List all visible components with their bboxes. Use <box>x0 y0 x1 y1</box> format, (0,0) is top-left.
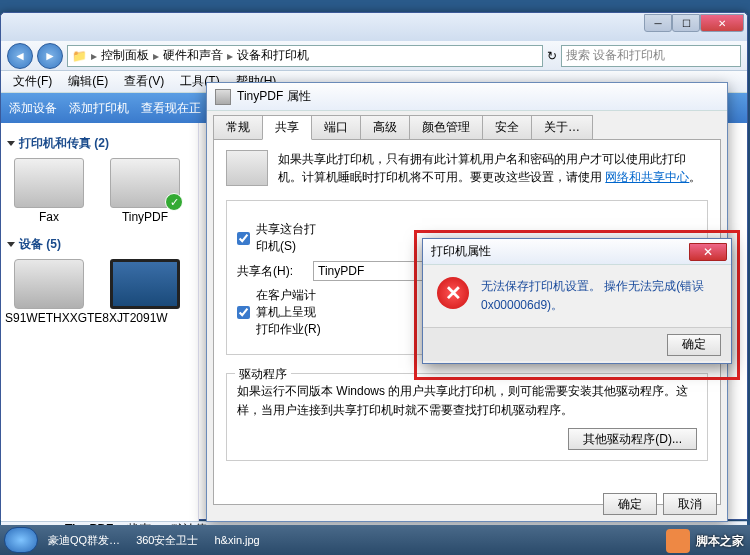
menu-view[interactable]: 查看(V) <box>116 71 172 92</box>
share-name-label: 共享名(H): <box>237 263 307 280</box>
taskbar-item[interactable]: 360安全卫士 <box>130 528 204 552</box>
other-drivers-button[interactable]: 其他驱动程序(D)... <box>568 428 697 450</box>
watermark: 脚本之家 <box>666 529 744 553</box>
tab-sharing[interactable]: 共享 <box>262 115 312 140</box>
tab-advanced[interactable]: 高级 <box>360 115 410 139</box>
nav-forward-button[interactable]: ► <box>37 43 63 69</box>
share-printer-label: 共享这台打印机(S) <box>256 221 326 255</box>
group-devices[interactable]: 设备 (5) <box>7 236 194 253</box>
breadcrumb-item[interactable]: 控制面板 <box>101 47 149 64</box>
search-placeholder: 搜索 设备和打印机 <box>566 47 665 64</box>
maximize-button[interactable]: ☐ <box>672 14 700 32</box>
taskbar: 豪迪QQ群发… 360安全卫士 h&xin.jpg <box>0 525 750 555</box>
cmd-add-device[interactable]: 添加设备 <box>9 100 57 117</box>
share-printer-checkbox[interactable] <box>237 232 250 245</box>
tab-color[interactable]: 颜色管理 <box>409 115 483 139</box>
tab-about[interactable]: 关于… <box>531 115 593 139</box>
ok-button[interactable]: 确定 <box>667 334 721 356</box>
tab-general[interactable]: 常规 <box>213 115 263 139</box>
default-badge-icon: ✓ <box>165 193 183 211</box>
dialog-titlebar[interactable]: TinyPDF 属性 <box>207 83 727 111</box>
dialog-footer: 确定 取消 <box>603 493 717 515</box>
computer-icon <box>14 259 84 309</box>
address-bar: ◄ ► 📁 ▸ 控制面板 ▸ 硬件和声音 ▸ 设备和打印机 ↻ 搜索 设备和打印… <box>1 41 747 71</box>
ok-button[interactable]: 确定 <box>603 493 657 515</box>
msgbox-title: 打印机属性 <box>431 243 491 260</box>
group-devices-label: 设备 (5) <box>19 236 61 253</box>
start-button[interactable] <box>4 527 38 553</box>
msgbox-titlebar[interactable]: 打印机属性 ✕ <box>423 239 731 265</box>
error-icon: ✕ <box>437 277 469 309</box>
device-label: T2091W <box>101 311 189 325</box>
render-client-label: 在客户端计算机上呈现打印作业(R) <box>256 287 326 338</box>
drivers-group: 驱动程序 如果运行不同版本 Windows 的用户共享此打印机，则可能需要安装其… <box>226 373 708 461</box>
device-fax[interactable]: Fax <box>5 158 93 224</box>
tab-security[interactable]: 安全 <box>482 115 532 139</box>
chevron-down-icon <box>7 242 15 247</box>
network-sharing-center-link[interactable]: 网络和共享中心 <box>605 170 689 184</box>
cmd-view-now[interactable]: 查看现在正 <box>141 100 201 117</box>
drivers-legend: 驱动程序 <box>235 366 291 383</box>
device-label: Fax <box>5 210 93 224</box>
minimize-button[interactable]: ─ <box>644 14 672 32</box>
watermark-logo-icon <box>666 529 690 553</box>
drivers-description: 如果运行不同版本 Windows 的用户共享此打印机，则可能需要安装其他驱动程序… <box>237 382 697 420</box>
printer-icon <box>14 158 84 208</box>
nav-back-button[interactable]: ◄ <box>7 43 33 69</box>
folder-icon: 📁 <box>72 49 87 63</box>
device-computer[interactable]: S91WETHXXGTE8XJ <box>5 259 93 325</box>
cancel-button[interactable]: 取消 <box>663 493 717 515</box>
close-button[interactable]: ✕ <box>689 243 727 261</box>
close-button[interactable]: ✕ <box>700 14 744 32</box>
watermark-text: 脚本之家 <box>696 533 744 550</box>
window-controls: ─ ☐ ✕ <box>644 14 744 32</box>
cmd-add-printer[interactable]: 添加打印机 <box>69 100 129 117</box>
chevron-down-icon <box>7 141 15 146</box>
devices-panel: 打印机和传真 (2) Fax ✓ TinyPDF 设备 (5) <box>1 123 199 521</box>
device-monitor[interactable]: T2091W <box>101 259 189 325</box>
taskbar-item[interactable]: h&xin.jpg <box>208 528 265 552</box>
group-printers-label: 打印机和传真 (2) <box>19 135 109 152</box>
device-label: S91WETHXXGTE8XJ <box>5 311 93 325</box>
device-label: TinyPDF <box>101 210 189 224</box>
printer-icon <box>215 89 231 105</box>
share-description: 如果共享此打印机，只有拥有此计算机用户名和密码的用户才可以使用此打印机。计算机睡… <box>278 150 708 186</box>
tab-strip: 常规 共享 端口 高级 颜色管理 安全 关于… <box>207 111 727 139</box>
search-input[interactable]: 搜索 设备和打印机 <box>561 45 741 67</box>
menu-edit[interactable]: 编辑(E) <box>60 71 116 92</box>
refresh-icon[interactable]: ↻ <box>547 49 557 63</box>
device-tinypdf[interactable]: ✓ TinyPDF <box>101 158 189 224</box>
breadcrumb-item[interactable]: 设备和打印机 <box>237 47 309 64</box>
menu-file[interactable]: 文件(F) <box>5 71 60 92</box>
group-printers[interactable]: 打印机和传真 (2) <box>7 135 194 152</box>
monitor-icon <box>110 259 180 309</box>
msgbox-text: 无法保存打印机设置。 操作无法完成(错误 0x000006d9)。 <box>481 277 717 315</box>
tab-ports[interactable]: 端口 <box>311 115 361 139</box>
render-client-checkbox[interactable] <box>237 306 250 319</box>
error-message-box: 打印机属性 ✕ ✕ 无法保存打印机设置。 操作无法完成(错误 0x000006d… <box>422 238 732 364</box>
breadcrumb-item[interactable]: 硬件和声音 <box>163 47 223 64</box>
breadcrumb[interactable]: 📁 ▸ 控制面板 ▸ 硬件和声音 ▸ 设备和打印机 <box>67 45 543 67</box>
explorer-titlebar[interactable] <box>1 13 747 41</box>
printer-icon: ✓ <box>110 158 180 208</box>
share-printer-icon <box>226 150 268 186</box>
taskbar-item[interactable]: 豪迪QQ群发… <box>42 528 126 552</box>
dialog-title: TinyPDF 属性 <box>237 88 311 105</box>
